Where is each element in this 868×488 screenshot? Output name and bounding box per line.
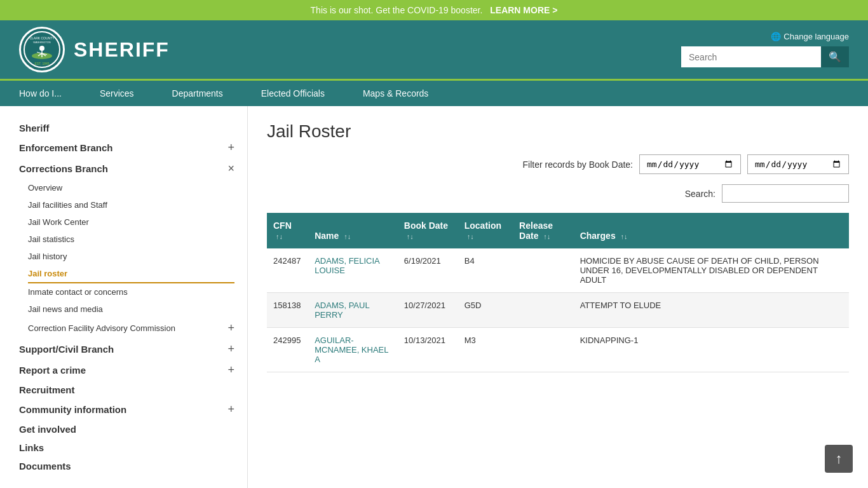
scroll-top-icon: ↑ — [836, 451, 843, 467]
banner-text: This is our shot. Get the COVID-19 boost… — [311, 5, 483, 15]
sidebar-item-community-info[interactable]: Community information + — [19, 399, 234, 420]
sidebar-item-overview[interactable]: Overview — [28, 179, 234, 196]
sidebar-item-documents[interactable]: Documents — [19, 457, 234, 475]
change-language-label: Change language — [783, 32, 849, 41]
col-location[interactable]: Location ↑↓ — [458, 213, 513, 248]
cell-cfn: 158138 — [267, 293, 308, 328]
filter-date-to[interactable] — [747, 154, 849, 174]
cell-location: B4 — [458, 248, 513, 293]
sidebar-item-correction-advisory[interactable]: Correction Facility Advisory Commission … — [28, 318, 234, 339]
expand-community-icon: + — [227, 403, 234, 416]
site-search-button[interactable]: 🔍 — [821, 46, 849, 67]
sort-location-icon: ↑↓ — [467, 233, 474, 240]
sidebar-item-jail-facilities[interactable]: Jail facilities and Staff — [28, 196, 234, 214]
cell-book-date: 10/27/2021 — [398, 293, 458, 328]
sidebar-item-jail-history[interactable]: Jail history — [28, 248, 234, 265]
filter-date-from[interactable] — [639, 154, 741, 174]
header-right: 🌐 Change language 🔍 — [681, 32, 849, 67]
table-row: 242995 AGUILAR-MCNAMEE, KHAEL A 10/13/20… — [267, 328, 849, 372]
site-search-input[interactable] — [681, 46, 821, 67]
sidebar-item-sheriff[interactable]: Sheriff — [19, 119, 234, 137]
site-title: SHERIFF — [74, 38, 170, 62]
cell-name[interactable]: ADAMS, PAUL PERRY — [308, 293, 398, 328]
site-logo: CLARK COUNTY WASHINGTON EST. 1845 — [19, 27, 65, 72]
col-book-date[interactable]: Book Date ↑↓ — [398, 213, 458, 248]
header-left: CLARK COUNTY WASHINGTON EST. 1845 SHERIF… — [19, 27, 170, 72]
expand-crime-icon: + — [227, 363, 234, 377]
sidebar-item-report-crime[interactable]: Report a crime + — [19, 360, 234, 381]
svg-text:CLARK COUNTY: CLARK COUNTY — [29, 36, 55, 40]
col-charges[interactable]: Charges ↑↓ — [574, 213, 849, 248]
collapse-icon: × — [227, 162, 234, 175]
scroll-top-button[interactable]: ↑ — [825, 445, 853, 473]
table-header-row: CFN ↑↓ Name ↑↓ Book Date ↑↓ Location ↑↓ — [267, 213, 849, 248]
sidebar-item-recruitment[interactable]: Recruitment — [19, 381, 234, 399]
cell-location: M3 — [458, 328, 513, 372]
cell-charges: KIDNAPPING-1 — [574, 328, 849, 372]
sort-name-icon: ↑↓ — [344, 233, 351, 240]
sidebar-item-corrections-branch[interactable]: Corrections Branch × — [19, 158, 234, 179]
sidebar-item-support-civil[interactable]: Support/Civil Branch + — [19, 339, 234, 360]
table-row: 158138 ADAMS, PAUL PERRY 10/27/2021 G5D … — [267, 293, 849, 328]
inmate-link[interactable]: ADAMS, PAUL PERRY — [315, 301, 369, 320]
cell-release-date — [513, 328, 574, 372]
page-container: Sheriff Enforcement Branch + Corrections… — [0, 106, 868, 488]
expand-support-icon: + — [227, 342, 234, 356]
inmate-link[interactable]: AGUILAR-MCNAMEE, KHAEL A — [315, 336, 388, 364]
roster-table: CFN ↑↓ Name ↑↓ Book Date ↑↓ Location ↑↓ — [267, 213, 849, 372]
col-release-date[interactable]: Release Date ↑↓ — [513, 213, 574, 248]
sidebar-item-jail-statistics[interactable]: Jail statistics — [28, 231, 234, 248]
change-language-button[interactable]: 🌐 Change language — [771, 32, 849, 41]
svg-text:WASHINGTON: WASHINGTON — [33, 41, 50, 44]
globe-icon: 🌐 — [771, 32, 781, 41]
cell-book-date: 10/13/2021 — [398, 328, 458, 372]
site-header: CLARK COUNTY WASHINGTON EST. 1845 SHERIF… — [0, 20, 868, 79]
cell-cfn: 242995 — [267, 328, 308, 372]
table-row: 242487 ADAMS, FELICIA LOUISE 6/19/2021 B… — [267, 248, 849, 293]
search-icon: 🔍 — [829, 51, 841, 62]
col-cfn[interactable]: CFN ↑↓ — [267, 213, 308, 248]
inmate-link[interactable]: ADAMS, FELICIA LOUISE — [315, 256, 379, 275]
sidebar-item-jail-roster[interactable]: Jail roster — [28, 265, 234, 283]
cell-charges: ATTEMPT TO ELUDE — [574, 293, 849, 328]
sort-release-date-icon: ↑↓ — [543, 233, 550, 240]
covid-banner: This is our shot. Get the COVID-19 boost… — [0, 0, 868, 20]
svg-point-4 — [39, 46, 44, 51]
sidebar-item-inmate-contact[interactable]: Inmate contact or concerns — [28, 283, 234, 301]
site-search-bar: 🔍 — [681, 46, 849, 67]
cell-release-date — [513, 248, 574, 293]
sidebar-item-jail-work-center[interactable]: Jail Work Center — [28, 214, 234, 231]
cell-cfn: 242487 — [267, 248, 308, 293]
nav-services[interactable]: Services — [81, 81, 153, 106]
sidebar-item-get-involved[interactable]: Get involved — [19, 420, 234, 438]
cell-name[interactable]: AGUILAR-MCNAMEE, KHAEL A — [308, 328, 398, 372]
nav-maps-records[interactable]: Maps & Records — [344, 81, 447, 106]
main-nav: How do I... Services Departments Elected… — [0, 79, 868, 106]
col-name[interactable]: Name ↑↓ — [308, 213, 398, 248]
banner-link[interactable]: LEARN MORE > — [490, 5, 557, 15]
sort-cfn-icon: ↑↓ — [276, 233, 283, 240]
table-search-label: Search: — [685, 189, 715, 199]
svg-text:EST. 1845: EST. 1845 — [34, 62, 49, 65]
page-title: Jail Roster — [267, 121, 849, 142]
table-search-row: Search: — [267, 184, 849, 203]
cell-location: G5D — [458, 293, 513, 328]
table-search-input[interactable] — [722, 184, 849, 203]
sidebar-corrections-sub: Overview Jail facilities and Staff Jail … — [19, 179, 234, 339]
nav-elected-officials[interactable]: Elected Officials — [242, 81, 344, 106]
sort-charges-icon: ↑↓ — [621, 233, 628, 240]
cell-book-date: 6/19/2021 — [398, 248, 458, 293]
expand-icon: + — [227, 141, 234, 154]
cell-name[interactable]: ADAMS, FELICIA LOUISE — [308, 248, 398, 293]
cell-charges: HOMICIDE BY ABUSE CAUSE OF DEATH OF CHIL… — [574, 248, 849, 293]
cell-release-date — [513, 293, 574, 328]
sidebar-item-enforcement-branch[interactable]: Enforcement Branch + — [19, 137, 234, 158]
nav-departments[interactable]: Departments — [153, 81, 242, 106]
main-content: Jail Roster Filter records by Book Date:… — [248, 106, 868, 488]
sidebar-item-jail-news[interactable]: Jail news and media — [28, 301, 234, 318]
expand-advisory-icon: + — [227, 322, 234, 335]
filter-label: Filter records by Book Date: — [522, 159, 633, 170]
sidebar-item-links[interactable]: Links — [19, 438, 234, 457]
sort-book-date-icon: ↑↓ — [407, 233, 414, 240]
nav-how-do-i[interactable]: How do I... — [0, 81, 81, 106]
